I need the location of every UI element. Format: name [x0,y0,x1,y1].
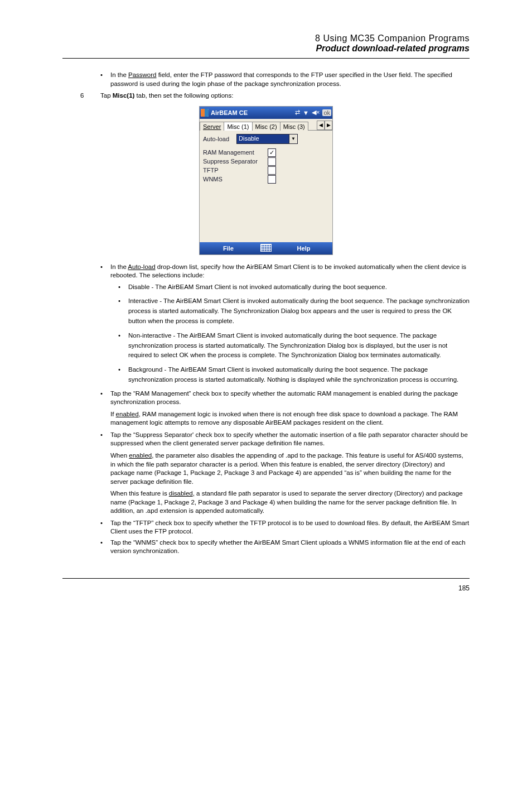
text: If [110,411,116,417]
opt-noninteractive: • Non-interactive - The AirBEAM Smart Cl… [118,331,470,360]
bullet-dot-icon: • [118,296,128,326]
step-6: 6 Tap Misc(1) tab, then set the followin… [80,92,470,100]
autoload-label: Auto-load [203,136,236,142]
text: When this feature is [110,490,169,497]
connectivity-icon[interactable]: ⇄ [295,109,300,116]
tab-row: Server Misc (1) Misc (2) Misc (3) ◀ ▶ [200,119,332,131]
tab-scroll-right[interactable]: ▶ [325,121,332,130]
bullet-text: Tap the “TFTP” check box to specify whet… [110,519,470,536]
chevron-down-icon[interactable]: ▼ [289,134,297,143]
text: In the [110,71,128,78]
check-sep-label: Suppress Separator [203,158,268,165]
text-underline: Auto-load [128,263,155,270]
tab-server[interactable]: Server [200,122,224,131]
bullet-dot-icon: • [100,539,110,556]
app-icon [201,109,209,117]
text: , the parameter also disables the append… [110,452,463,485]
opt-text: Disable - The AirBEAM Smart Client is no… [128,282,387,292]
bullet-ram: • Tap the “RAM Management” check box to … [100,390,470,407]
keyboard-icon[interactable] [257,244,275,253]
titlebar-status: ⇄ ▼ ◀× ok [295,109,331,116]
page-header: 8 Using MC35 Companion Programs Product … [62,33,470,59]
page: 8 Using MC35 Companion Programs Product … [0,0,532,614]
check-tftp: TFTP [203,166,329,175]
autoload-row: Auto-load Disable ▼ [203,134,329,144]
step-number: 6 [80,92,100,100]
opt-text: Interactive - The AirBEAM Smart Client i… [128,296,470,326]
bullet-dot-icon: • [100,263,110,280]
sep-enabled-note: When enabled, the parameter also disable… [110,451,470,486]
text-underline: enabled [129,452,152,459]
text: When [110,452,129,459]
check-wnms-label: WNMS [203,176,268,182]
tab-misc3[interactable]: Misc (3) [280,122,308,131]
text-underline: enabled [116,411,139,417]
check-ram-label: RAM Management [203,149,268,156]
bullet-autoload: • In the Auto-load drop-down list, speci… [100,263,470,280]
bullet-dot-icon: • [100,431,110,448]
bullet-dot-icon: • [100,390,110,407]
bullet-text: Tap the “RAM Management” check box to sp… [110,390,470,407]
text: , RAM management logic is invoked when t… [110,411,458,426]
menu-help[interactable]: Help [275,245,332,252]
opt-text: Non-interactive - The AirBEAM Smart Clie… [128,331,470,360]
window-title: AirBEAM CE [211,109,295,116]
tab-panel: Auto-load Disable ▼ RAM Management ✓ Sup… [200,131,332,242]
check-tftp-box[interactable] [268,166,276,175]
page-footer: 185 [62,578,470,592]
step-text: Tap Misc(1) tab, then set the following … [100,92,233,100]
text: drop-down list, specify how the AirBEAM … [110,263,466,279]
tab-scroll-left[interactable]: ◀ [317,121,325,130]
text: field, enter the FTP password that corre… [110,71,452,87]
airbeam-window: AirBEAM CE ⇄ ▼ ◀× ok Server Misc (1) Mis… [199,106,333,255]
page-number: 185 [458,584,470,592]
check-wnms-box[interactable] [268,175,276,184]
bottom-bar: File Help [200,242,332,254]
sep-disabled-note: When this feature is disabled, a standar… [110,489,470,516]
bullet-password: • In the Password field, enter the FTP p… [100,71,470,88]
tab-misc1[interactable]: Misc (1) [224,122,252,131]
opt-background: • Background - The AirBEAM Smart Client … [118,365,470,385]
embedded-screenshot: AirBEAM CE ⇄ ▼ ◀× ok Server Misc (1) Mis… [62,106,470,255]
check-ram: RAM Management ✓ [203,148,329,157]
signal-icon[interactable]: ▼ [303,109,309,116]
header-section: Product download-related programs [62,44,470,54]
check-wnms: WNMS [203,175,329,184]
volume-icon[interactable]: ◀× [312,109,320,116]
opt-interactive: • Interactive - The AirBEAM Smart Client… [118,296,470,326]
tab-scroll: ◀ ▶ [317,121,332,130]
bullet-text: In the Auto-load drop-down list, specify… [110,263,470,280]
bullet-sep: • Tap the “Suppress Separator' check box… [100,431,470,448]
text: Tap [100,92,113,99]
bullet-tftp: • Tap the “TFTP” check box to specify wh… [100,519,470,536]
opt-text: Background - The AirBEAM Smart Client is… [128,365,470,385]
check-sep: Suppress Separator [203,157,329,166]
menu-file[interactable]: File [200,245,257,252]
bullet-wnms: • Tap the “WNMS” check box to specify wh… [100,539,470,556]
text: In the [110,263,128,270]
bullet-dot-icon: • [100,71,110,88]
bullet-text: Tap the “WNMS” check box to specify whet… [110,539,470,556]
autoload-dropdown[interactable]: Disable ▼ [236,134,298,144]
bullet-text: Tap the “Suppress Separator' check box t… [110,431,470,448]
bullet-dot-icon: • [118,331,128,360]
bullet-dot-icon: • [118,282,128,292]
header-chapter: 8 Using MC35 Companion Programs [62,33,470,44]
check-tftp-label: TFTP [203,167,268,174]
text-bold: Misc(1) [113,92,135,99]
ram-note: If enabled, RAM management logic is invo… [110,410,470,427]
bullet-text: In the Password field, enter the FTP pas… [110,71,470,88]
bullet-dot-icon: • [100,519,110,536]
text-underline: disabled [169,490,193,497]
ok-button[interactable]: ok [322,109,331,116]
autoload-value: Disable [237,134,289,143]
text-underline: Password [128,71,157,78]
text: tab, then set the following options: [134,92,233,99]
bullet-dot-icon: • [118,365,128,385]
titlebar: AirBEAM CE ⇄ ▼ ◀× ok [200,107,332,119]
opt-disable: • Disable - The AirBEAM Smart Client is … [118,282,470,292]
tab-misc2[interactable]: Misc (2) [252,122,280,131]
check-ram-box[interactable]: ✓ [268,148,276,157]
check-sep-box[interactable] [268,157,276,166]
